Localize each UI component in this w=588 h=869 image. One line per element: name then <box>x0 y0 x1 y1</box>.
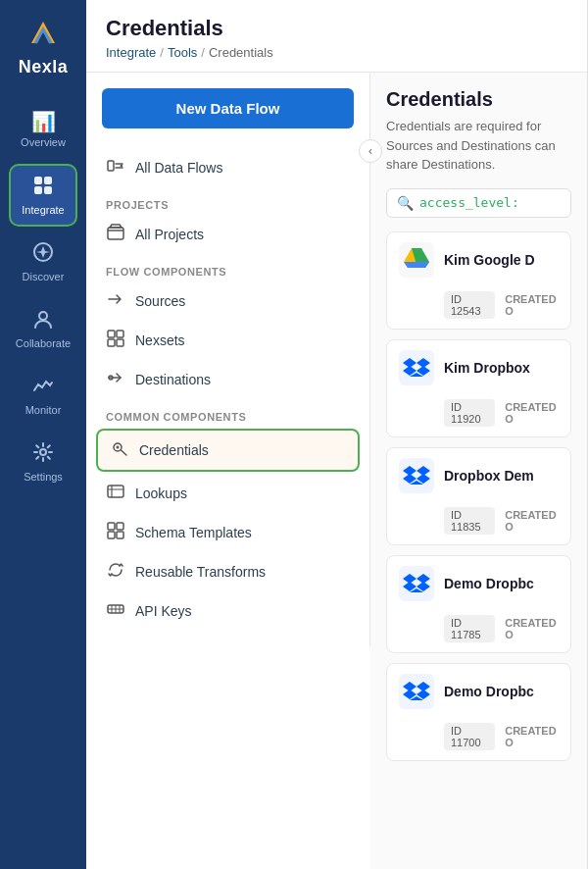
credentials-description: Credentials are required for Sources and… <box>386 117 571 175</box>
gdrive-icon <box>399 242 434 278</box>
nav-item-label-credentials: Credentials <box>139 442 209 458</box>
nexla-logo <box>22 12 65 55</box>
dropbox-icon-1 <box>399 350 434 385</box>
nav-item-all-data-flows[interactable]: All Data Flows <box>86 148 369 187</box>
dropbox-icon-4 <box>399 674 434 709</box>
credential-created-demo-dropbc: CREATED O <box>505 617 559 640</box>
nav-item-destinations[interactable]: Destinations <box>86 360 369 399</box>
svg-rect-5 <box>44 186 52 194</box>
credential-card-gdrive-kim[interactable]: Kim Google D ID 12543 CREATED O <box>386 231 571 330</box>
credential-card-demo-dropbc2[interactable]: Demo Dropbc ID 11700 CREATED O <box>386 663 571 761</box>
search-bar[interactable]: 🔍 access_level: <box>386 188 571 218</box>
logo-text: Nexla <box>19 57 69 77</box>
svg-rect-0 <box>22 12 65 55</box>
left-nav-wrapper: New Data Flow All Data Flows PROJECTS <box>86 73 370 869</box>
credential-name-dropbox-demo: Dropbox Dem <box>444 468 534 484</box>
nav-item-label-reusable-transforms: Reusable Transforms <box>135 564 266 580</box>
sidebar-item-label-discover: Discover <box>23 271 65 282</box>
nav-item-label-all-projects: All Projects <box>135 227 204 242</box>
breadcrumb-integrate[interactable]: Integrate <box>106 45 156 60</box>
breadcrumb: Integrate / Tools / Credentials <box>106 45 567 60</box>
svg-rect-12 <box>108 331 115 337</box>
sidebar-item-discover[interactable]: Discover <box>9 230 77 293</box>
svg-rect-21 <box>117 523 123 530</box>
api-keys-icon <box>106 600 125 622</box>
credential-name-dropbox-kim: Kim Dropbox <box>444 360 530 376</box>
sidebar-item-monitor[interactable]: Monitor <box>9 364 77 427</box>
nav-item-label-nexsets: Nexsets <box>135 332 185 348</box>
content-area: New Data Flow All Data Flows PROJECTS <box>86 73 587 869</box>
main-panel: Credentials Integrate / Tools / Credenti… <box>86 0 588 869</box>
svg-rect-3 <box>44 177 52 184</box>
credential-created-gdrive-kim: CREATED O <box>505 293 559 317</box>
sidebar-item-label-collaborate: Collaborate <box>16 337 71 349</box>
credential-name-demo-dropbc: Demo Dropbc <box>444 576 534 591</box>
svg-rect-2 <box>34 177 42 184</box>
svg-rect-11 <box>108 228 123 239</box>
svg-rect-13 <box>117 331 123 337</box>
monitor-icon <box>32 375 54 401</box>
nav-item-label-destinations: Destinations <box>135 372 211 387</box>
svg-rect-10 <box>108 161 114 171</box>
discover-icon <box>32 241 54 268</box>
section-projects: PROJECTS <box>86 187 369 215</box>
nexsets-icon <box>106 330 125 351</box>
integrate-icon <box>32 175 54 201</box>
credential-card-dropbox-demo[interactable]: Dropbox Dem ID 11835 CREATED O <box>386 447 571 545</box>
credential-id-dropbox-demo: ID 11835 <box>444 507 495 535</box>
credential-created-dropbox-demo: CREATED O <box>505 509 559 533</box>
nav-item-label-all-data-flows: All Data Flows <box>135 160 222 176</box>
sidebar-item-label-integrate: Integrate <box>22 204 64 216</box>
destinations-icon <box>106 369 125 390</box>
nav-item-reusable-transforms[interactable]: Reusable Transforms <box>86 552 369 591</box>
nav-item-all-projects[interactable]: All Projects <box>86 215 369 254</box>
svg-point-9 <box>40 449 46 455</box>
svg-marker-7 <box>36 246 50 258</box>
schema-templates-icon <box>106 522 125 543</box>
nav-item-schema-templates[interactable]: Schema Templates <box>86 513 369 552</box>
all-data-flows-icon <box>106 157 125 179</box>
credential-created-demo-dropbc2: CREATED O <box>505 725 559 748</box>
svg-rect-4 <box>34 186 42 194</box>
new-data-flow-button[interactable]: New Data Flow <box>102 88 354 128</box>
nav-item-credentials[interactable]: Credentials <box>96 429 360 472</box>
collaborate-icon <box>32 308 54 334</box>
nav-item-label-schema-templates: Schema Templates <box>135 525 252 540</box>
nav-item-api-keys[interactable]: API Keys <box>86 591 369 631</box>
sidebar-item-label-settings: Settings <box>24 471 63 483</box>
overview-icon: 📊 <box>31 110 56 133</box>
sidebar-item-integrate[interactable]: Integrate <box>9 164 77 227</box>
collapse-button[interactable]: ‹ <box>359 139 382 163</box>
sidebar-item-settings[interactable]: Settings <box>9 431 77 493</box>
logo-area: Nexla <box>19 12 69 77</box>
header: Credentials Integrate / Tools / Credenti… <box>86 0 587 73</box>
svg-point-8 <box>39 312 47 320</box>
svg-marker-32 <box>404 262 429 268</box>
sidebar-item-collaborate[interactable]: Collaborate <box>9 297 77 360</box>
svg-rect-19 <box>108 486 123 497</box>
breadcrumb-tools[interactable]: Tools <box>168 45 197 60</box>
svg-rect-14 <box>108 339 115 346</box>
credentials-icon <box>110 439 129 461</box>
nav-item-lookups[interactable]: Lookups <box>86 474 369 513</box>
credential-card-dropbox-kim[interactable]: Kim Dropbox ID 11920 CREATED O <box>386 339 571 437</box>
credential-name-demo-dropbc2: Demo Dropbc <box>444 684 534 699</box>
sidebar-item-label-overview: Overview <box>21 136 66 148</box>
settings-icon <box>32 441 54 468</box>
nav-item-label-sources: Sources <box>135 293 185 309</box>
nav-item-label-lookups: Lookups <box>135 486 187 501</box>
section-common-components: COMMON COMPONENTS <box>86 399 369 427</box>
sidebar-item-overview[interactable]: 📊 Overview <box>9 97 77 160</box>
svg-rect-23 <box>117 532 123 538</box>
nav-item-nexsets[interactable]: Nexsets <box>86 321 369 360</box>
svg-point-18 <box>117 446 120 449</box>
reusable-transforms-icon <box>106 561 125 583</box>
credential-name-gdrive-kim: Kim Google D <box>444 252 535 268</box>
page-title: Credentials <box>106 16 567 41</box>
nav-item-label-api-keys: API Keys <box>135 603 192 619</box>
credential-card-demo-dropbc[interactable]: Demo Dropbc ID 11785 CREATED O <box>386 555 571 653</box>
sidebar: Nexla 📊 Overview Integrate Discover <box>0 0 86 869</box>
credential-id-dropbox-kim: ID 11920 <box>444 399 495 427</box>
nav-item-sources[interactable]: Sources <box>86 281 369 321</box>
search-icon: 🔍 <box>397 195 414 211</box>
